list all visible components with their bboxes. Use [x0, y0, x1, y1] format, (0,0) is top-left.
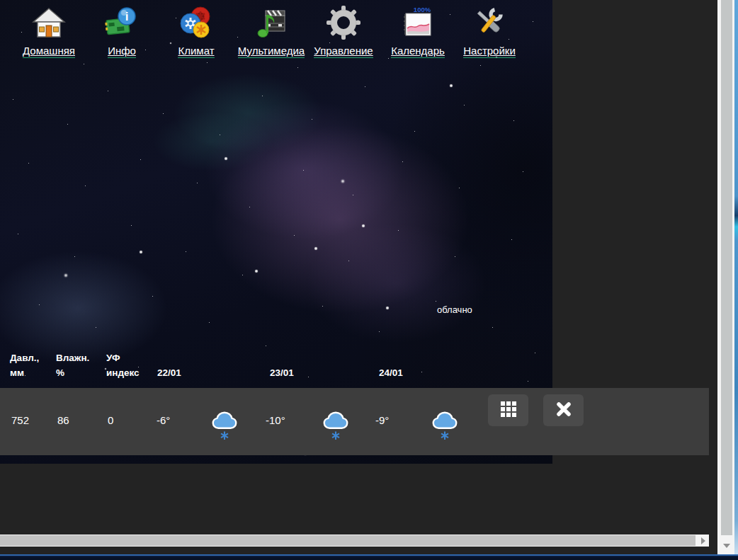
nav-label-home: Домашняя: [23, 45, 75, 58]
control-gear-icon: [327, 6, 361, 40]
nav-item-info[interactable]: i Инфо: [83, 6, 161, 58]
temp-day3: -9°: [375, 414, 389, 426]
vertical-scrollbar-thumb[interactable]: [721, 0, 732, 535]
nav-item-climate[interactable]: Климат: [157, 6, 235, 58]
climate-icon: [179, 6, 213, 40]
humidity-value: 86: [57, 414, 69, 426]
settings-tools-icon: [472, 6, 506, 40]
horizontal-scrollbar-thumb[interactable]: [0, 535, 696, 546]
calendar-chart-icon: 100%: [401, 6, 435, 40]
nav-label-settings: Настройки: [463, 45, 516, 58]
scroll-right-button[interactable]: [697, 535, 709, 547]
nav-label-calendar: Календарь: [391, 45, 445, 58]
weather-data-panel: 752 86 0 -6° -10° -9°: [0, 388, 709, 455]
scroll-down-button[interactable]: [721, 540, 732, 552]
nav-label-control: Управление: [314, 45, 373, 58]
nav-item-settings[interactable]: Настройки: [450, 6, 528, 58]
weather-dashboard-page: Домашняя i Инфо: [0, 0, 738, 560]
horizontal-scrollbar[interactable]: [0, 535, 709, 547]
close-button[interactable]: [543, 394, 584, 426]
window-frame-right: [734, 0, 738, 560]
header-pressure: Давл., мм: [10, 350, 39, 380]
header-date-2: 23/01: [270, 365, 294, 380]
temp-day1: -6°: [157, 414, 170, 426]
home-icon: [32, 6, 66, 40]
pressure-value: 752: [11, 414, 29, 426]
header-date-3: 24/01: [379, 365, 403, 380]
uv-index-value: 0: [108, 414, 113, 426]
nav-item-home[interactable]: Домашняя: [10, 6, 88, 58]
nav-item-control[interactable]: Управление: [305, 6, 382, 58]
nav-item-calendar[interactable]: 100% Календарь: [379, 6, 457, 58]
nav-label-info: Инфо: [108, 45, 136, 58]
weather-condition-text: облачно: [437, 304, 472, 315]
cloud-snow-icon: [209, 408, 240, 443]
close-icon: [556, 401, 572, 420]
nav-item-multimedia[interactable]: Мультимедиа: [232, 6, 310, 58]
vertical-scrollbar[interactable]: [717, 0, 734, 554]
calendar-icon-badge: 100%: [414, 6, 431, 13]
cloud-snow-icon: [320, 408, 351, 443]
header-uv-index: УФ индекс: [106, 350, 140, 380]
header-humidity: Влажн. %: [56, 350, 89, 380]
header-date-1: 22/01: [157, 365, 181, 380]
svg-text:i: i: [125, 10, 129, 23]
down-arrow-icon: [723, 544, 730, 548]
grid-icon: [501, 401, 516, 420]
temp-day2: -10°: [266, 414, 285, 426]
cloud-snow-icon: [429, 408, 460, 443]
starfield-bright: [0, 0, 1, 1]
multimedia-icon: [254, 6, 288, 40]
nav-label-climate: Климат: [178, 45, 214, 58]
info-icon: i: [105, 6, 139, 40]
right-arrow-icon: [701, 537, 705, 544]
nav-label-multimedia: Мультимедиа: [238, 45, 305, 58]
window-frame-bottom: [0, 554, 738, 560]
grid-view-button[interactable]: [488, 394, 528, 426]
